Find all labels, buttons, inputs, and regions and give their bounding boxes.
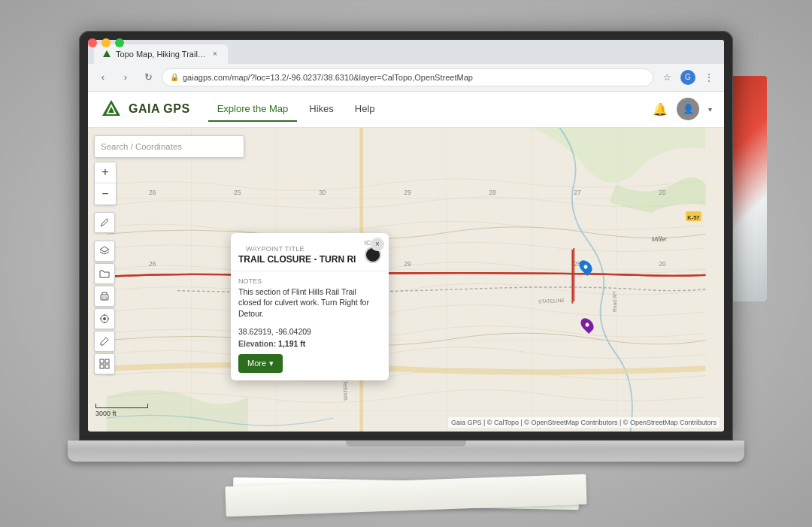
back-button[interactable]: ‹ xyxy=(94,68,112,86)
app-logo: GAIA GPS xyxy=(100,98,190,120)
notification-bell-icon[interactable]: 🔔 xyxy=(653,102,668,117)
map-toolbar xyxy=(94,212,115,374)
popup-more-chevron-icon: ▾ xyxy=(269,359,274,368)
layers-button[interactable] xyxy=(94,241,115,262)
svg-rect-45 xyxy=(100,365,104,368)
laptop-base xyxy=(68,441,744,462)
map-background: 26 25 30 29 28 27 20 26 31 29 28 20 xyxy=(88,128,724,432)
tab-title: Topo Map, Hiking Trails, Satelli... xyxy=(116,50,206,59)
popup-coordinates: 38.62919, -96.04209 xyxy=(231,324,389,339)
address-bar[interactable]: 🔒 gaiagps.com/map/?loc=13.2/-96.0237/38.… xyxy=(162,68,653,86)
pin-top-right[interactable] xyxy=(580,259,592,277)
draw-tool-button[interactable] xyxy=(94,212,115,233)
svg-text:26: 26 xyxy=(149,259,156,267)
user-dropdown-icon[interactable]: ▾ xyxy=(708,105,712,114)
svg-text:29: 29 xyxy=(404,259,411,267)
url-text: gaiagps.com/map/?loc=13.2/-96.0237/38.63… xyxy=(183,73,473,82)
forward-button[interactable]: › xyxy=(117,68,135,86)
zoom-in-button[interactable]: + xyxy=(95,162,116,183)
popup-divider xyxy=(231,271,389,271)
svg-text:27: 27 xyxy=(574,189,581,196)
svg-rect-36 xyxy=(102,297,107,299)
user-avatar[interactable]: 👤 xyxy=(677,98,699,120)
zoom-out-button[interactable]: − xyxy=(95,183,116,204)
browser-chrome: Topo Map, Hiking Trails, Satelli... × ‹ … xyxy=(88,40,724,92)
popup-close-button[interactable]: × xyxy=(371,238,384,251)
svg-text:29: 29 xyxy=(404,189,411,196)
browser-toolbar: ‹ › ↻ 🔒 gaiagps.com/map/?loc=13.2/-96.02… xyxy=(88,64,724,91)
scale-bar: 3000 ft xyxy=(95,404,148,417)
tab-favicon xyxy=(102,49,112,59)
popup-elevation-value: 1,191 ft xyxy=(278,339,305,348)
app-container: GAIA GPS Explore the Map Hikes Help 🔔 👤 … xyxy=(88,92,724,432)
svg-text:26: 26 xyxy=(149,189,156,196)
map-search-placeholder: Search / Coordinates xyxy=(101,142,182,151)
map-search-bar[interactable]: Search / Coordinates xyxy=(94,135,244,158)
svg-text:20: 20 xyxy=(659,189,666,196)
popup-title-label: Waypoint Title xyxy=(238,239,359,254)
close-window-btn[interactable] xyxy=(88,38,97,47)
scale-label: 3000 ft xyxy=(95,410,117,417)
svg-text:20: 20 xyxy=(659,259,666,267)
print-button[interactable] xyxy=(94,286,115,307)
papers-under-laptop xyxy=(218,465,594,510)
window-controls xyxy=(88,38,124,47)
app-nav: Explore the Map Hikes Help xyxy=(208,97,384,122)
security-lock-icon: 🔒 xyxy=(170,73,179,81)
popup-notes-text: This section of Flint Hills Rail Trail c… xyxy=(231,286,389,324)
minimize-window-btn[interactable] xyxy=(102,38,111,47)
pin-bottom-right[interactable] xyxy=(581,317,593,335)
scale-bar-line xyxy=(95,404,148,408)
svg-rect-43 xyxy=(100,359,104,363)
tab-bar: Topo Map, Hiking Trails, Satelli... × xyxy=(88,40,724,64)
popup-elevation: Elevation: 1,191 ft xyxy=(231,339,389,354)
nav-hikes[interactable]: Hikes xyxy=(300,97,343,122)
logo-icon xyxy=(100,98,123,120)
waypoint-popup: × Waypoint Title TRAIL CLOSURE - TURN RI… xyxy=(231,233,389,380)
svg-text:K-57: K-57 xyxy=(687,214,699,220)
topo-map-svg: 26 25 30 29 28 27 20 26 31 29 28 20 xyxy=(88,128,724,432)
location-button[interactable] xyxy=(94,308,115,329)
svg-text:Road W?: Road W? xyxy=(612,291,617,312)
logo-text: GAIA GPS xyxy=(129,102,190,116)
zoom-controls: + − xyxy=(94,162,117,205)
popup-notes-label: Notes xyxy=(231,274,389,286)
svg-rect-44 xyxy=(105,359,109,363)
popup-more-label: More xyxy=(247,359,266,368)
edit-button[interactable] xyxy=(94,331,115,352)
tab-close-btn[interactable]: × xyxy=(210,49,220,59)
profile-button[interactable]: G xyxy=(679,68,697,86)
svg-text:30: 30 xyxy=(319,189,326,196)
svg-text:Miller: Miller xyxy=(652,235,668,242)
map-container[interactable]: 26 25 30 29 28 27 20 26 31 29 28 20 xyxy=(88,128,724,432)
popup-waypoint-title: TRAIL CLOSURE - TURN RI xyxy=(238,254,359,265)
map-attribution: Gaia GPS | © CalTopo | © OpenStreetMap C… xyxy=(448,417,720,428)
svg-text:25: 25 xyxy=(234,189,241,196)
screen-bezel: Topo Map, Hiking Trails, Satelli... × ‹ … xyxy=(79,31,733,441)
svg-marker-0 xyxy=(103,50,111,57)
popup-more-button[interactable]: More ▾ xyxy=(238,354,283,373)
nav-help[interactable]: Help xyxy=(346,97,384,122)
toolbar-right: ☆ G ⋮ xyxy=(658,68,718,86)
bookmark-button[interactable]: ☆ xyxy=(658,68,676,86)
folder-button[interactable] xyxy=(94,263,115,284)
svg-point-38 xyxy=(103,317,106,320)
screen-content: Topo Map, Hiking Trails, Satelli... × ‹ … xyxy=(88,40,724,432)
app-header: GAIA GPS Explore the Map Hikes Help 🔔 👤 … xyxy=(88,92,724,128)
maximize-window-btn[interactable] xyxy=(115,38,124,47)
laptop-frame: Topo Map, Hiking Trails, Satelli... × ‹ … xyxy=(68,31,744,497)
nav-explore[interactable]: Explore the Map xyxy=(208,97,298,122)
popup-elevation-label: Elevation: xyxy=(238,339,276,348)
menu-button[interactable]: ⋮ xyxy=(700,68,718,86)
grid-button[interactable] xyxy=(94,353,115,374)
svg-text:28: 28 xyxy=(489,189,496,196)
reload-button[interactable]: ↻ xyxy=(139,68,157,86)
header-right: 🔔 👤 ▾ xyxy=(653,98,712,120)
svg-rect-46 xyxy=(105,365,109,368)
